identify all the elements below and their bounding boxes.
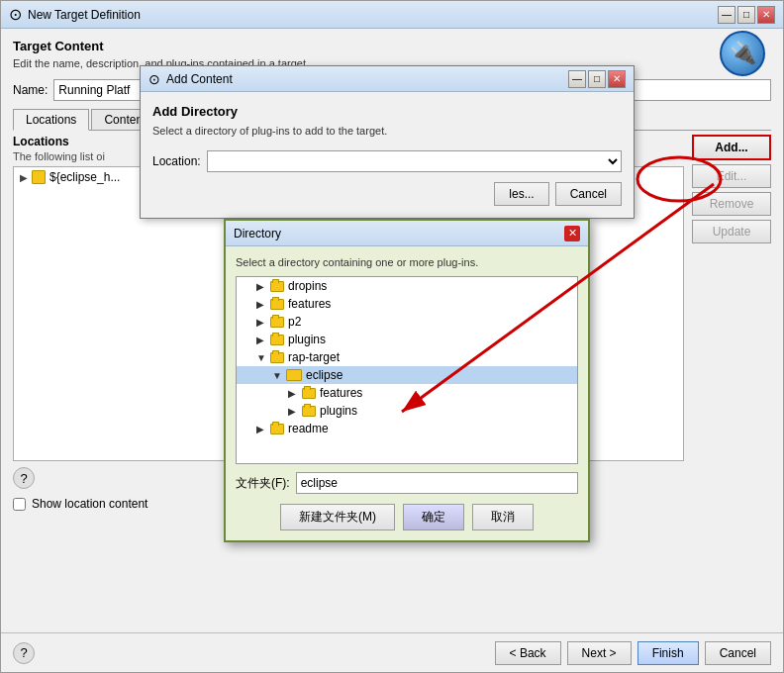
tree-item-rap-target[interactable]: ▼ rap-target: [237, 348, 577, 366]
add-content-browse[interactable]: les...: [494, 182, 548, 206]
add-content-maximize[interactable]: □: [588, 70, 606, 88]
location-row: Location:: [152, 150, 622, 172]
directory-desc: Select a directory containing one or mor…: [236, 256, 578, 268]
section-title: Target Content: [13, 39, 771, 53]
label-features-root: features: [288, 297, 331, 311]
add-content-title-text: Add Content: [166, 72, 233, 86]
expand-icon-plugins-root: ▶: [256, 335, 266, 345]
expand-icon-features-root: ▶: [256, 299, 266, 310]
add-content-body: Add Directory Select a directory of plug…: [141, 92, 634, 218]
expand-icon-dropins: ▶: [256, 281, 266, 292]
label-features-sub: features: [320, 386, 362, 400]
dir-cancel-button[interactable]: 取消: [472, 504, 534, 530]
add-directory-title: Add Directory: [152, 104, 622, 119]
tree-item-features-root[interactable]: ▶ features: [237, 295, 577, 313]
tree-item-plugins-sub[interactable]: ▶ plugins: [237, 402, 577, 420]
expand-icon-rap-target: ▼: [256, 352, 266, 363]
add-content-cancel[interactable]: Cancel: [555, 182, 622, 206]
label-rap-target: rap-target: [288, 350, 340, 364]
add-content-buttons: les... Cancel: [152, 182, 622, 206]
add-content-title-left: ⊙ Add Content: [148, 71, 233, 87]
label-eclipse: eclipse: [306, 368, 343, 382]
add-content-icon: ⊙: [148, 71, 160, 87]
main-title-bar: ⊙ New Target Definition — □ ✕: [1, 1, 783, 29]
remove-button[interactable]: Remove: [692, 192, 771, 216]
maximize-button[interactable]: □: [737, 6, 755, 24]
tree-item-features-sub[interactable]: ▶ features: [237, 384, 577, 402]
add-button[interactable]: Add...: [692, 135, 771, 160]
expand-icon-features-sub: ▶: [288, 388, 298, 399]
folder-icon-features-sub: [302, 388, 316, 399]
expand-icon-plugins-sub: ▶: [288, 406, 298, 417]
add-content-controls[interactable]: — □ ✕: [568, 70, 626, 88]
folder-input-row: 文件夹(F):: [236, 472, 578, 494]
next-button[interactable]: Next >: [567, 641, 632, 665]
expand-icon-readme: ▶: [256, 424, 266, 434]
tree-item-eclipse[interactable]: ▼ eclipse: [237, 366, 577, 384]
folder-icon-readme: [270, 424, 284, 434]
eclipse-icon: 🔌: [720, 31, 765, 76]
show-location-checkbox[interactable]: [13, 498, 26, 511]
label-dropins: dropins: [288, 279, 327, 293]
finish-button[interactable]: Finish: [637, 641, 699, 665]
label-plugins-root: plugins: [288, 333, 326, 346]
folder-icon-rap-target: [270, 352, 284, 363]
tree-item-plugins-root[interactable]: ▶ plugins: [237, 331, 577, 348]
label-plugins-sub: plugins: [320, 404, 357, 418]
app-icon: ⊙: [9, 5, 22, 24]
add-content-title-bar: ⊙ Add Content — □ ✕: [141, 66, 634, 92]
tree-item-eclipse-label: ${eclipse_h...: [49, 170, 120, 184]
folder-icon-eclipse: [32, 170, 46, 184]
tree-item-p2[interactable]: ▶ p2: [237, 313, 577, 331]
add-content-close[interactable]: ✕: [608, 70, 626, 88]
confirm-button[interactable]: 确定: [403, 504, 464, 530]
main-window: ⊙ New Target Definition — □ ✕ 🔌 Target C…: [0, 0, 784, 673]
minimize-button[interactable]: —: [718, 6, 735, 24]
tree-item-dropins[interactable]: ▶ dropins: [237, 277, 577, 295]
cancel-button[interactable]: Cancel: [705, 641, 771, 665]
back-button[interactable]: < Back: [495, 641, 561, 665]
add-content-minimize[interactable]: —: [568, 70, 586, 88]
title-bar-controls[interactable]: — □ ✕: [718, 6, 775, 24]
tab-locations[interactable]: Locations: [13, 109, 89, 131]
folder-icon-features-root: [270, 299, 284, 310]
right-buttons: Add... Edit... Remove Update: [692, 135, 771, 511]
name-label: Name:: [13, 83, 48, 97]
tree-item-readme[interactable]: ▶ readme: [237, 420, 577, 437]
folder-icon-p2: [270, 317, 284, 328]
plugin-icon-area: 🔌: [720, 31, 769, 80]
location-select[interactable]: [207, 150, 622, 172]
add-directory-desc: Select a directory of plug-ins to add to…: [152, 125, 622, 137]
label-readme: readme: [288, 422, 329, 435]
folder-label: 文件夹(F):: [236, 475, 290, 492]
location-label: Location:: [152, 154, 201, 168]
show-location-label: Show location content: [32, 497, 147, 511]
edit-button[interactable]: Edit...: [692, 164, 771, 188]
add-content-dialog: ⊙ Add Content — □ ✕ Add Directory Select…: [140, 65, 635, 219]
folder-icon-eclipse-open: [286, 369, 302, 381]
folder-input[interactable]: [296, 472, 578, 494]
dir-bottom-buttons: 新建文件夹(M) 确定 取消: [236, 504, 578, 530]
bottom-nav-buttons: < Back Next > Finish Cancel: [495, 641, 771, 665]
directory-body: Select a directory containing one or mor…: [226, 246, 588, 540]
directory-title-bar: Directory ✕: [226, 221, 588, 246]
directory-close-button[interactable]: ✕: [564, 226, 580, 241]
label-p2: p2: [288, 315, 301, 329]
expand-icon-eclipse: ▼: [272, 370, 282, 381]
folder-icon-dropins: [270, 281, 284, 292]
title-bar-left: ⊙ New Target Definition: [9, 5, 141, 24]
expand-icon-p2: ▶: [256, 317, 266, 328]
directory-dialog: Directory ✕ Select a directory containin…: [224, 219, 590, 542]
directory-title-text: Directory: [234, 227, 281, 240]
folder-icon-plugins-sub: [302, 406, 316, 417]
folder-icon-plugins-root: [270, 335, 284, 345]
main-title: New Target Definition: [28, 8, 141, 22]
close-button[interactable]: ✕: [757, 6, 775, 24]
update-button[interactable]: Update: [692, 220, 771, 243]
file-tree[interactable]: ▶ dropins ▶ features ▶ p2: [236, 276, 578, 464]
bottom-help-icon[interactable]: ?: [13, 642, 35, 664]
bottom-bar: ? < Back Next > Finish Cancel: [1, 632, 783, 672]
help-icon[interactable]: ?: [13, 467, 35, 489]
new-folder-button[interactable]: 新建文件夹(M): [280, 504, 395, 530]
